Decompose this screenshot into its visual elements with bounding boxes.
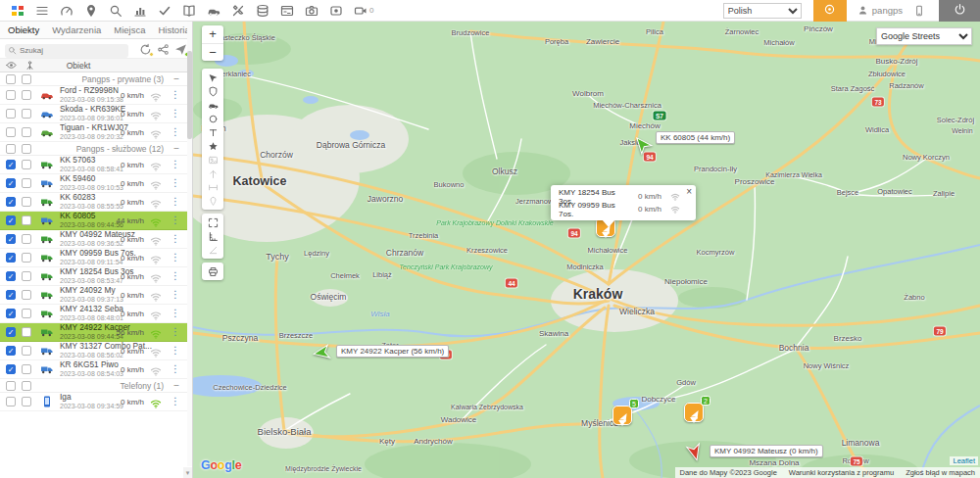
arrow-up-icon[interactable] <box>202 167 223 180</box>
vehicle-arrow-marker[interactable] <box>686 444 704 461</box>
object-row[interactable]: ✓KMY 24132 Seba2023-03-08 08:48:010 km/h… <box>0 305 187 323</box>
object-row[interactable]: ✓KMY 18254 Bus 3os2023-03-08 08:53:470 k… <box>0 267 187 286</box>
fullscreen-icon[interactable] <box>202 215 223 229</box>
share-icon[interactable] <box>157 42 170 55</box>
row-menu-button[interactable]: ⋮ <box>171 197 180 207</box>
attribution-terms-link[interactable]: Warunki korzystania z programu <box>789 468 894 477</box>
visible-checkbox[interactable]: ✓ <box>6 253 16 263</box>
object-row[interactable]: Tiguan - KR1WJ072023-03-08 09:20:320 km/… <box>0 123 187 142</box>
database-icon[interactable] <box>256 4 270 18</box>
follow-checkbox[interactable] <box>22 346 31 356</box>
group-visible-checkbox[interactable] <box>6 144 16 154</box>
visible-checkbox[interactable] <box>6 397 16 406</box>
object-row[interactable]: ✓KK 594602023-03-08 09:10:530 km/h⋮ <box>0 174 187 193</box>
logbook-icon[interactable] <box>182 4 196 18</box>
object-row[interactable]: ✓KMY 04992 Mateusz2023-03-08 09:36:520 k… <box>0 230 187 249</box>
row-menu-button[interactable]: ⋮ <box>171 397 180 406</box>
zoom-out-button[interactable]: − <box>202 43 223 61</box>
map-pin-icon[interactable] <box>84 4 98 18</box>
row-menu-button[interactable]: ⋮ <box>171 178 180 188</box>
tab-obiekty[interactable]: Obiekty <box>8 24 39 35</box>
row-menu-button[interactable]: ⋮ <box>171 346 180 356</box>
scale-km-icon[interactable] <box>202 180 223 194</box>
object-row[interactable]: ✓KK 608052023-03-08 09:44:5644 km/h⋮ <box>0 212 187 230</box>
leaflet-link[interactable]: Leaflet <box>950 456 978 465</box>
row-menu-button[interactable]: ⋮ <box>171 234 180 244</box>
visible-checkbox[interactable] <box>6 127 16 137</box>
tools-icon[interactable] <box>231 4 245 18</box>
ruler-icon[interactable] <box>202 229 223 243</box>
replay-icon[interactable] <box>139 42 152 55</box>
visible-checkbox[interactable]: ✓ <box>6 215 16 225</box>
map-canvas[interactable]: × KMY 18254 Bus 3os. 0 km/h KMY 09959 Bu… <box>193 22 980 478</box>
object-row[interactable]: ✓KMY 31327 Combo Pat...2023-03-08 08:56:… <box>0 342 187 360</box>
recorder-icon[interactable] <box>329 4 343 18</box>
follow-checkbox[interactable] <box>22 309 31 318</box>
group-visible-checkbox[interactable] <box>6 74 16 84</box>
vehicle-arrow-marker[interactable] <box>313 344 330 361</box>
vehicle-cluster-marker[interactable]: 2 <box>684 403 704 422</box>
tab-historia[interactable]: Historia <box>159 24 190 35</box>
vehicle-map-label[interactable]: KMY 24922 Kacper (56 km/h) <box>336 345 449 358</box>
visible-checkbox[interactable]: ✓ <box>6 178 16 188</box>
popup-row[interactable]: KMY 09959 Bus 7os. 0 km/h <box>559 203 680 215</box>
row-menu-button[interactable]: ⋮ <box>171 253 180 263</box>
group-follow-checkbox[interactable] <box>22 144 31 154</box>
visible-checkbox[interactable]: ✓ <box>6 364 16 374</box>
group-visible-checkbox[interactable] <box>6 381 16 391</box>
object-row[interactable]: ✓KMY 24922 Kacper2023-03-08 09:44:5456 k… <box>0 323 187 342</box>
object-row[interactable]: ✓KK 570632023-03-08 08:58:410 km/h⋮ <box>0 156 187 174</box>
app-logo-icon[interactable] <box>11 4 24 18</box>
vehicle-cluster-marker[interactable]: 5 <box>612 406 632 425</box>
angle-icon[interactable] <box>202 243 223 257</box>
visible-checkbox[interactable]: ✓ <box>6 327 16 337</box>
menu-list-icon[interactable] <box>35 4 49 18</box>
row-menu-button[interactable]: ⋮ <box>171 127 180 137</box>
object-row[interactable]: ✓KMY 09959 Bus 7os.2023-03-08 09:11:540 … <box>0 249 187 267</box>
attribution-report-link[interactable]: Zgłoś błąd w mapach <box>906 468 975 477</box>
visible-checkbox[interactable] <box>6 90 16 100</box>
object-row[interactable]: Skoda - KR639KE2023-03-08 09:36:010 km/h… <box>0 105 187 123</box>
pin-small-icon[interactable] <box>202 194 223 208</box>
visible-checkbox[interactable]: ✓ <box>6 160 16 169</box>
shield-icon[interactable] <box>202 84 223 98</box>
search-icon[interactable] <box>109 4 122 18</box>
row-menu-button[interactable]: ⋮ <box>171 160 180 169</box>
row-menu-button[interactable]: ⋮ <box>171 309 180 318</box>
photo-icon[interactable] <box>202 153 223 167</box>
row-menu-button[interactable]: ⋮ <box>171 215 180 225</box>
text-label-icon[interactable] <box>202 125 223 139</box>
mobile-icon[interactable] <box>913 4 925 18</box>
star-icon[interactable] <box>202 139 223 153</box>
object-row[interactable]: ✓KR 6KG51 Piwo2023-03-08 08:54:030 km/h⋮ <box>0 360 187 379</box>
visible-checkbox[interactable]: ✓ <box>6 197 16 207</box>
circle-icon[interactable] <box>202 112 223 125</box>
object-row[interactable]: ✓KK 602832023-03-08 08:55:550 km/h⋮ <box>0 193 187 212</box>
group-collapse-button[interactable]: − <box>173 380 179 391</box>
tab-miejsca[interactable]: Miejsca <box>114 24 145 35</box>
reports-chart-icon[interactable] <box>133 4 147 18</box>
visible-checkbox[interactable]: ✓ <box>6 271 16 281</box>
scroll-down-arrow[interactable]: ▾ <box>183 467 192 478</box>
visible-checkbox[interactable] <box>6 109 16 119</box>
zoom-in-button[interactable]: + <box>202 25 223 43</box>
follow-checkbox[interactable] <box>22 364 31 374</box>
object-row[interactable]: Ford - RZ9998N2023-03-08 09:15:380 km/h⋮ <box>0 86 187 105</box>
group-follow-checkbox[interactable] <box>22 381 31 391</box>
location-cursor-icon[interactable] <box>202 71 223 84</box>
vehicle-icon[interactable] <box>207 4 220 18</box>
follow-checkbox[interactable] <box>22 127 31 137</box>
map-type-select[interactable]: Google Streets <box>876 27 972 45</box>
terminal-window-icon[interactable] <box>280 4 294 18</box>
popup-close-button[interactable]: × <box>686 186 692 197</box>
follow-checkbox[interactable] <box>22 160 31 169</box>
follow-checkbox[interactable] <box>22 253 31 263</box>
vehicle-map-label[interactable]: KK 60805 (44 km/h) <box>656 131 735 144</box>
vehicle-map-label[interactable]: KMY 04992 Mateusz (0 km/h) <box>710 445 823 457</box>
user-menu[interactable]: pangps <box>858 5 903 16</box>
follow-checkbox[interactable] <box>22 90 31 100</box>
follow-checkbox[interactable] <box>22 271 31 281</box>
follow-checkbox[interactable] <box>22 327 31 337</box>
google-logo[interactable]: Google <box>201 458 241 472</box>
follow-checkbox[interactable] <box>22 197 31 207</box>
